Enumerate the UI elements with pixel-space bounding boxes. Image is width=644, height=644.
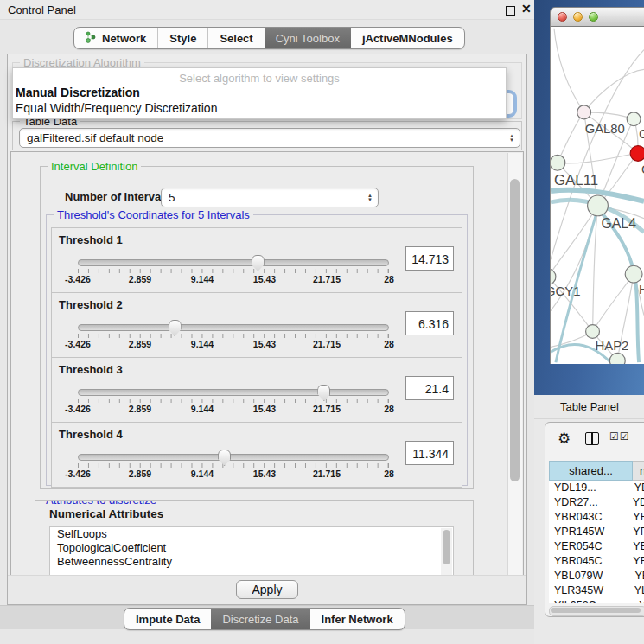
tick-label: -3.426 — [65, 339, 91, 349]
table-row[interactable]: YER054CYER0 — [549, 539, 644, 554]
slider-track[interactable] — [78, 454, 389, 461]
gear-icon[interactable]: ⚙ — [558, 430, 571, 448]
float-window-icon[interactable] — [506, 6, 515, 16]
control-panel-titlebar: Control Panel ✕ — [0, 0, 534, 20]
network-view-window[interactable]: GAL80GACGAL11GAL4HAGCY1HAP2 — [550, 7, 644, 363]
table-row[interactable]: YBR043CYBR0 — [549, 510, 644, 525]
table-row[interactable]: YDR27...YDR2 — [549, 495, 644, 510]
cell-shared-name[interactable]: YDL19... — [549, 481, 628, 495]
slider-track[interactable] — [78, 389, 389, 396]
split-columns-icon[interactable] — [585, 432, 599, 445]
scrollbar-thumb[interactable] — [551, 608, 641, 613]
tab-infer-network[interactable]: Infer Network — [310, 609, 405, 629]
control-panel-tabs: Network Style Select Cyni Toolbox jActiv… — [73, 27, 465, 49]
slider-track[interactable] — [78, 324, 389, 331]
table-row[interactable]: YBL079WYBL0 — [549, 569, 644, 583]
cell-shared-name[interactable]: YBR045C — [549, 554, 626, 569]
window-zoom-button[interactable] — [589, 12, 598, 22]
tick-label: 21.715 — [313, 404, 341, 414]
network-window-titlebar[interactable] — [550, 7, 644, 27]
cell-name[interactable]: YDR2 — [626, 495, 644, 510]
attribute-item[interactable]: TopologicalCoefficient — [50, 541, 453, 555]
slider-track[interactable] — [78, 259, 389, 266]
cell-shared-name[interactable]: YBR043C — [549, 510, 626, 525]
network-node[interactable] — [551, 269, 556, 284]
table-row[interactable]: YPR145WYPR1 — [549, 525, 644, 539]
threshold-label: Threshold 3 — [59, 363, 123, 376]
popup-hint: Select algorithm to view settings — [13, 68, 506, 85]
table-row[interactable]: YLR345WYLR3 — [549, 583, 644, 598]
tab-style[interactable]: Style — [157, 28, 207, 48]
column-header-name[interactable]: na — [633, 461, 644, 481]
window-minimize-button[interactable] — [573, 12, 583, 22]
tab-impute-data[interactable]: Impute Data — [124, 609, 211, 629]
table-row[interactable]: YBR045CYBR0 — [549, 554, 644, 569]
cell-shared-name[interactable]: YER054C — [549, 539, 626, 554]
scrollbar-thumb[interactable] — [443, 530, 450, 564]
number-of-intervals-dropdown[interactable]: 5 ▲▼ — [161, 188, 379, 207]
threshold-1-value-field[interactable]: 14.713 — [405, 246, 454, 271]
network-node[interactable] — [630, 146, 644, 162]
cell-shared-name[interactable]: YLR345W — [549, 583, 628, 598]
node-label: GAL80 — [585, 122, 625, 136]
table-data-dropdown[interactable]: galFiltered.sif default node ▲▼ — [19, 128, 520, 148]
spinner-arrows-icon: ▲▼ — [367, 194, 373, 202]
attribute-item[interactable]: BetweennessCentrality — [50, 555, 453, 569]
tab-label: Infer Network — [322, 613, 393, 626]
cell-name[interactable]: YDL1 — [628, 481, 644, 495]
menu-item-equal-width-frequency[interactable]: Equal Width/Frequency Discretization — [13, 100, 506, 116]
cell-name[interactable]: YBR0 — [626, 510, 644, 525]
network-node[interactable] — [627, 112, 641, 126]
cell-name[interactable]: YBL0 — [628, 569, 644, 583]
threshold-4-slider[interactable]: -3.4262.8599.14415.4321.71528 — [78, 454, 389, 480]
cell-shared-name[interactable]: YIL052C — [549, 598, 632, 603]
cell-shared-name[interactable]: YPR145W — [549, 525, 626, 539]
scrollbar-thumb[interactable] — [510, 179, 520, 481]
threshold-2-panel: Threshold 2 -3.4262.8599.14415.4321.7152… — [51, 292, 462, 358]
threshold-3-slider[interactable]: -3.4262.8599.14415.4321.71528 — [78, 389, 389, 415]
network-node[interactable] — [586, 325, 600, 339]
column-select-icons[interactable]: ☑☑ — [609, 430, 630, 443]
threshold-2-slider[interactable]: -3.4262.8599.14415.4321.71528 — [78, 324, 389, 350]
tick-label: 28 — [384, 404, 394, 414]
table-row[interactable]: YDL19...YDL1 — [549, 481, 644, 495]
cell-name[interactable]: YIL0 — [632, 598, 644, 603]
table-row[interactable]: YIL052CYIL0 — [549, 598, 644, 603]
tick-label: 9.144 — [191, 404, 214, 414]
network-node[interactable] — [577, 105, 591, 119]
menu-item-manual-discretization[interactable]: Manual Discretization — [13, 85, 506, 100]
threshold-coordinates-group: Threshold's Coordinates for 5 Intervals … — [46, 214, 468, 486]
tab-select[interactable]: Select — [207, 28, 264, 48]
horizontal-scrollbar[interactable] — [549, 606, 644, 616]
threshold-2-value-field[interactable]: 6.316 — [405, 311, 454, 335]
network-node[interactable] — [551, 155, 565, 170]
tab-jactivemnodules[interactable]: jActiveMNodules — [351, 28, 464, 48]
cell-shared-name[interactable]: YDR27... — [549, 495, 626, 510]
numerical-attributes-list[interactable]: SelfLoopsTopologicalCoefficientBetweenne… — [49, 526, 454, 576]
list-scrollbar[interactable] — [441, 528, 452, 576]
vertical-scrollbar[interactable] — [507, 153, 522, 575]
cell-shared-name[interactable]: YBL079W — [549, 569, 628, 583]
cell-name[interactable]: YPR1 — [626, 525, 644, 539]
network-node[interactable] — [588, 195, 609, 216]
network-node[interactable] — [609, 353, 625, 364]
threshold-4-value-field[interactable]: 11.344 — [405, 441, 454, 465]
threshold-1-slider[interactable]: -3.4262.8599.14415.4321.71528 — [78, 259, 389, 285]
tab-network[interactable]: Network — [74, 28, 157, 48]
tab-discretize-data[interactable]: Discretize Data — [211, 609, 309, 629]
threshold-3-value-field[interactable]: 21.4 — [405, 376, 454, 400]
window-close-button[interactable] — [558, 12, 567, 22]
tab-label: jActiveMNodules — [362, 32, 453, 45]
network-canvas[interactable]: GAL80GACGAL11GAL4HAGCY1HAP2 — [550, 27, 644, 364]
tick-label: -3.426 — [65, 404, 91, 414]
network-node[interactable] — [625, 265, 642, 283]
cell-name[interactable]: YER0 — [626, 539, 644, 554]
close-icon[interactable]: ✕ — [521, 2, 532, 16]
cell-name[interactable]: YBR0 — [626, 554, 644, 569]
tick-label: 9.144 — [191, 274, 214, 284]
tab-cyni-toolbox[interactable]: Cyni Toolbox — [265, 28, 351, 48]
cell-name[interactable]: YLR3 — [628, 583, 644, 598]
attribute-item[interactable]: SelfLoops — [50, 527, 453, 541]
apply-button[interactable]: Apply — [236, 580, 298, 599]
column-header-shared[interactable]: shared... — [549, 461, 633, 481]
